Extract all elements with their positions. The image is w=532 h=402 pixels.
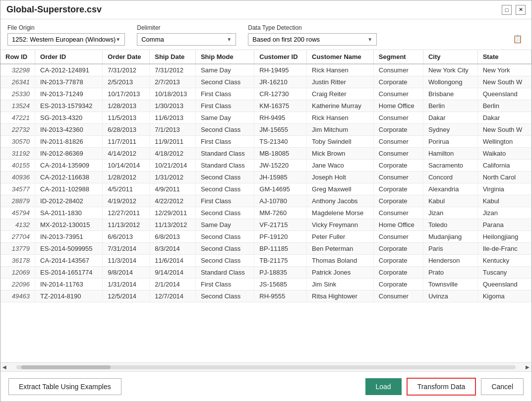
table-cell: Mick Brown: [307, 148, 374, 160]
table-cell: RH-19495: [254, 64, 307, 76]
file-origin-value: 1252: Western European (Windows): [12, 36, 116, 43]
table-cell: 11/7/2011: [103, 136, 150, 148]
data-type-arrow-icon: ▼: [367, 37, 372, 42]
table-cell: Kabul: [477, 195, 531, 207]
table-cell: 4/9/2011: [150, 183, 196, 195]
table-row: 25330IN-2013-7124910/17/201310/18/2013Fi…: [0, 88, 532, 100]
table-cell: 10/17/2013: [103, 88, 150, 100]
load-button[interactable]: Load: [365, 378, 402, 395]
table-cell: Heilongjiang: [477, 231, 531, 243]
minimize-button[interactable]: □: [502, 5, 512, 15]
horizontal-scrollbar[interactable]: ◀ ▶: [0, 362, 532, 371]
table-cell: ES-2014-5099955: [35, 243, 103, 255]
table-cell: 26341: [0, 76, 35, 88]
extract-table-button[interactable]: Extract Table Using Examples: [8, 378, 121, 395]
table-cell: 9/8/2014: [103, 267, 150, 279]
table-cell: Virginia: [477, 183, 531, 195]
table-cell: 13524: [0, 100, 35, 112]
table-row: 47221SG-2013-432011/5/201311/6/2013Same …: [0, 112, 532, 124]
table-cell: TB-21175: [254, 255, 307, 267]
table-cell: CA-2014-135909: [35, 160, 103, 172]
table-cell: Corporate: [373, 255, 423, 267]
table-cell: Jizan: [423, 207, 477, 219]
transform-data-button[interactable]: Transform Data: [407, 378, 476, 396]
table-cell: Rick Hansen: [307, 64, 374, 76]
table-cell: Kabul: [423, 195, 477, 207]
table-cell: RH-9495: [254, 112, 307, 124]
table-cell: 32298: [0, 64, 35, 76]
table-cell: 12/27/2011: [103, 207, 150, 219]
col-header-city: City: [423, 50, 477, 64]
table-cell: Wellington: [477, 136, 531, 148]
table-row: 28879ID-2012-284024/19/20124/22/2012Firs…: [0, 195, 532, 207]
table-cell: Townsville: [423, 279, 477, 290]
table-cell: IN-2014-11763: [35, 279, 103, 290]
table-cell: Craig Reiter: [307, 88, 374, 100]
table-cell: New York: [477, 64, 531, 76]
table-cell: MB-18085: [254, 148, 307, 160]
table-row: 32298CA-2012-1248917/31/20127/31/2012Sam…: [0, 64, 532, 76]
delimiter-select[interactable]: Comma ▼: [137, 33, 236, 46]
table-cell: Corporate: [373, 76, 423, 88]
table-cell: 10/14/2014: [103, 160, 150, 172]
table-cell: Second Class: [195, 76, 254, 88]
table-cell: Patrick Jones: [307, 267, 374, 279]
data-type-value: Based on first 200 rows: [252, 36, 320, 43]
table-cell: Standard Class: [195, 267, 254, 279]
scrollbar-thumb[interactable]: [21, 365, 111, 369]
table-cell: Concord: [423, 172, 477, 183]
table-cell: Dakar: [477, 112, 531, 124]
table-cell: 47221: [0, 112, 35, 124]
close-button[interactable]: ✕: [516, 5, 526, 15]
table-cell: First Class: [195, 195, 254, 207]
table-cell: Alexandria: [423, 183, 477, 195]
table-cell: Second Class: [195, 255, 254, 267]
table-cell: Home Office: [373, 100, 423, 112]
cancel-button[interactable]: Cancel: [481, 378, 524, 395]
table-cell: Second Class: [195, 243, 254, 255]
table-cell: RH-9555: [254, 290, 307, 302]
table-icon[interactable]: 📋: [511, 32, 525, 46]
table-cell: IN-2013-73951: [35, 231, 103, 243]
table-cell: 22096: [0, 279, 35, 290]
table-cell: Corporate: [373, 124, 423, 136]
table-cell: SA-2011-1830: [35, 207, 103, 219]
table-row: 4132MX-2012-13001511/13/201211/13/2012Sa…: [0, 219, 532, 231]
table-cell: VF-21715: [254, 219, 307, 231]
table-cell: 45794: [0, 207, 35, 219]
table-cell: Consumer: [373, 148, 423, 160]
window-controls: □ ✕: [502, 5, 526, 15]
table-cell: Anthony Jacobs: [307, 195, 374, 207]
table-cell: 4/18/2012: [150, 148, 196, 160]
delimiter-arrow-icon: ▼: [227, 37, 232, 42]
table-cell: 12/5/2014: [103, 290, 150, 302]
table-cell: Dakar: [423, 112, 477, 124]
table-cell: 8/3/2014: [150, 243, 196, 255]
table-row: 30570IN-2011-8182611/7/201111/9/2011Firs…: [0, 136, 532, 148]
table-cell: Porirua: [423, 136, 477, 148]
table-cell: 4/19/2012: [103, 195, 150, 207]
table-cell: 4132: [0, 219, 35, 231]
footer-left: Extract Table Using Examples: [8, 378, 121, 395]
table-cell: 6/28/2013: [103, 124, 150, 136]
table-cell: 10/18/2013: [150, 88, 196, 100]
file-origin-select[interactable]: 1252: Western European (Windows) ▼: [7, 33, 125, 46]
col-header-order-date: Order Date: [103, 50, 150, 64]
table-scroll-area[interactable]: Row IDOrder IDOrder DateShip DateShip Mo…: [0, 50, 532, 362]
delimiter-label: Delimiter: [137, 24, 236, 31]
delimiter-value: Comma: [141, 36, 164, 43]
table-cell: Corporate: [373, 195, 423, 207]
table-cell: 49463: [0, 290, 35, 302]
title-bar: Global-Superstore.csv □ ✕: [0, 0, 532, 19]
table-cell: Joseph Holt: [307, 172, 374, 183]
table-wrap: Row IDOrder IDOrder DateShip DateShip Mo…: [0, 50, 532, 371]
table-cell: JS-15685: [254, 279, 307, 290]
scroll-right-icon[interactable]: ▶: [526, 364, 530, 370]
scroll-left-icon[interactable]: ◀: [2, 364, 6, 370]
data-type-select[interactable]: Based on first 200 rows ▼: [248, 33, 377, 46]
table-cell: 36178: [0, 255, 35, 267]
table-cell: ES-2013-1579342: [35, 100, 103, 112]
window-title: Global-Superstore.csv: [6, 4, 102, 15]
table-cell: SG-2013-4320: [35, 112, 103, 124]
table-cell: 11/9/2011: [150, 136, 196, 148]
